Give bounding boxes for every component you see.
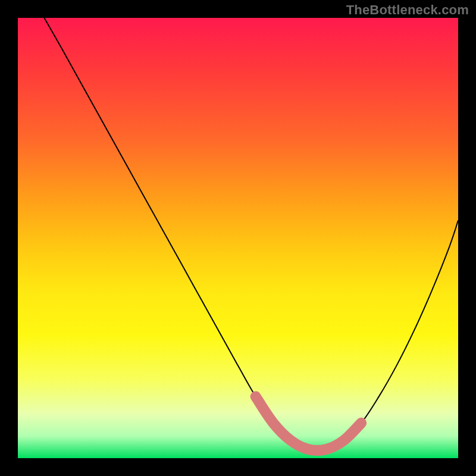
outer-frame: TheBottleneck.com	[0, 0, 476, 476]
watermark-text: TheBottleneck.com	[346, 2, 469, 18]
optimal-range-highlight	[256, 396, 362, 450]
bottleneck-curve	[44, 18, 458, 450]
chart-svg	[18, 18, 458, 458]
